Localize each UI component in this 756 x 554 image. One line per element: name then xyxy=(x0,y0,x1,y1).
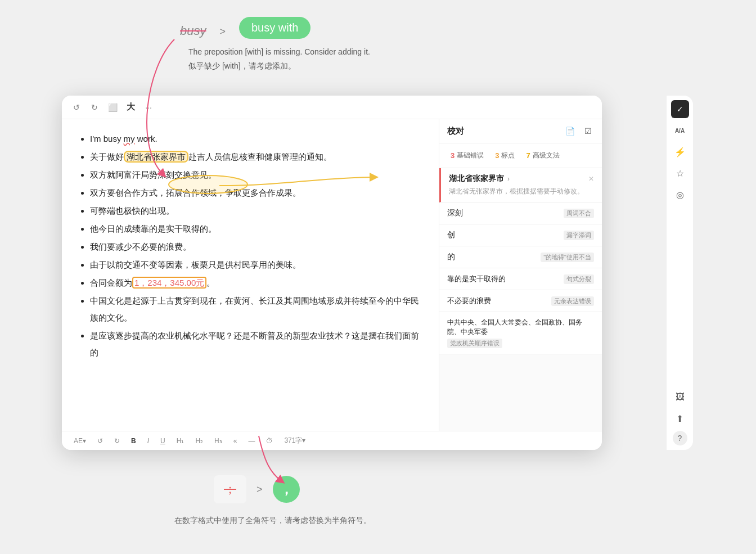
word-count[interactable]: 371字▾ xyxy=(281,435,308,447)
tab-punctuation[interactable]: 3 标点 xyxy=(492,149,518,162)
panel-icons: 📄 ☑ xyxy=(564,125,594,137)
undo-icon[interactable]: ↺ xyxy=(71,102,82,113)
error-word: 靠的是实干取得的 xyxy=(447,274,506,284)
list-item: 中国文化是起源于上古贯穿到现在，在黄河、长江及其周围地域形成并待续至今的中华民族… xyxy=(90,292,422,326)
corrected-badge: busy with xyxy=(239,17,310,39)
editor-window: ↺ ↻ ⬜ 大 ··· I'm busy my work. 关于做好湖北省张家界… xyxy=(62,96,602,450)
error-badge: 元余表达错误 xyxy=(551,296,594,306)
h2-btn[interactable]: H₂ xyxy=(192,436,206,446)
error-word: 创 xyxy=(447,230,455,240)
list-item: 双方要创合作方式，拓展合作领域，争取更多合作成果。 xyxy=(90,184,422,201)
redo-icon[interactable]: ↻ xyxy=(89,102,100,113)
error-item-zhongzh[interactable]: 中共中央、全国人大常委会、全国政协、国务院、中央军委 党政机关顺序错误 xyxy=(439,312,602,354)
italic-btn[interactable]: I xyxy=(145,436,152,446)
error-item-de[interactable]: 的 "的地得"使用不当 xyxy=(439,246,602,268)
list-item: 可弊端也极快的出现。 xyxy=(90,202,422,219)
list-item: 由于以前交通不变等因素，板栗只是供村民享用的美味。 xyxy=(90,256,422,273)
check-sidebar-btn[interactable]: ✓ xyxy=(671,100,689,118)
timer-icon: ⏱ xyxy=(263,436,276,446)
h1-btn[interactable]: H₁ xyxy=(174,436,187,446)
number-error: 1，234，345.00元 xyxy=(132,277,206,289)
error-title: 湖北省张家界市 › xyxy=(449,174,510,184)
error-badge: 周词不合 xyxy=(564,209,594,218)
h3-btn[interactable]: H₃ xyxy=(212,436,225,446)
format-btn[interactable]: AE▾ xyxy=(71,436,89,446)
redo-btn[interactable]: ↻ xyxy=(111,436,123,446)
error-busy: my xyxy=(124,134,135,143)
dash-btn[interactable]: — xyxy=(245,436,258,446)
top-arrow: > xyxy=(219,18,226,38)
highlighted-location: 湖北省张家界市 xyxy=(124,151,188,163)
list-item: 他今日的成绩靠的是实干取得的。 xyxy=(90,220,422,237)
editor-toolbar: ↺ ↻ ⬜ 大 ··· xyxy=(62,96,602,119)
error-badge: 句式分裂 xyxy=(564,274,594,284)
original-punct: ； xyxy=(214,475,246,503)
error-item-kao[interactable]: 靠的是实干取得的 句式分裂 xyxy=(439,268,602,290)
editor-bottom-toolbar: AE▾ ↺ ↻ B I U H₁ H₂ H₃ « — ⏱ 371字▾ xyxy=(62,431,602,450)
error-desc: 湖北省无张家界市，根据搜据需要手动修改。 xyxy=(449,186,594,196)
original-word: busy xyxy=(180,18,206,38)
error-list: 湖北省张家界市 › ✕ 湖北省无张家界市，根据搜据需要手动修改。 深刻 周词不合 xyxy=(439,168,602,431)
error-badge: "的地得"使用不当 xyxy=(541,253,594,262)
bottom-annotation: ； > ， xyxy=(214,475,300,503)
more-icon[interactable]: ··· xyxy=(143,102,154,113)
error-item-header: 湖北省张家界市 › ✕ xyxy=(449,174,594,184)
list-item: 双方就阿富汗局势深刻交换意见。 xyxy=(90,166,422,183)
underline-btn[interactable]: U xyxy=(158,436,168,446)
error-close-btn[interactable]: ✕ xyxy=(588,175,594,183)
error-badge: 漏字添词 xyxy=(564,231,594,240)
error-tabs: 3 基础错误 3 标点 7 高级文法 xyxy=(439,143,602,168)
tab-advanced-grammar[interactable]: 7 高级文法 xyxy=(523,149,562,162)
top-description: The preposition [with] is missing. Consi… xyxy=(188,45,370,73)
bottom-arrow: > xyxy=(256,484,263,496)
error-item-shenkuo[interactable]: 深刻 周词不合 xyxy=(439,202,602,224)
editor-content[interactable]: I'm busy my work. 关于做好湖北省张家界市赴吉人员信息核查和健康… xyxy=(62,119,439,431)
panel-doc-icon[interactable]: 📄 xyxy=(564,125,576,137)
doc-icon[interactable]: ⬜ xyxy=(107,102,118,113)
list-item: 关于做好湖北省张家界市赴吉人员信息核查和健康管理的通知。 xyxy=(90,148,422,165)
image-btn[interactable]: 🖼 xyxy=(671,388,689,406)
error-item-buliyao[interactable]: 不必要的浪费 元余表达错误 xyxy=(439,290,602,312)
panel-title: 校对 xyxy=(447,126,464,137)
star-btn[interactable]: ☆ xyxy=(671,164,689,182)
tab-basic-errors[interactable]: 3 基础错误 xyxy=(447,149,487,162)
error-word: 中共中央、全国人大常委会、全国政协、国务院、中央军委 xyxy=(447,318,594,337)
bold-btn[interactable]: B xyxy=(128,436,139,446)
list-item: 合同金额为1，234，345.00元。 xyxy=(90,274,422,291)
panel-header: 校对 📄 ☑ xyxy=(439,119,602,143)
list-item: I'm busy my work. xyxy=(90,130,422,147)
editor-main: I'm busy my work. 关于做好湖北省张家界市赴吉人员信息核查和健康… xyxy=(62,119,602,431)
error-word: 的 xyxy=(447,252,455,262)
panel-check-icon[interactable]: ☑ xyxy=(582,125,594,137)
help-btn[interactable]: ? xyxy=(673,431,687,445)
compass-btn[interactable]: ◎ xyxy=(671,186,689,204)
compare-btn[interactable]: A/A xyxy=(671,121,689,139)
list-item: 是应该逐步提高的农业机械化水平呢？还是不断普及的新型农业技术？这是摆在我们面前的 xyxy=(90,327,422,361)
undo-btn[interactable]: ↺ xyxy=(94,436,106,446)
font-size-icon[interactable]: 大 xyxy=(125,102,136,113)
error-word: 深刻 xyxy=(447,208,463,218)
error-badge: 党政机关顺序错误 xyxy=(447,339,502,348)
content-list: I'm busy my work. 关于做好湖北省张家界市赴吉人员信息核查和健康… xyxy=(79,130,422,361)
error-item-location[interactable]: 湖北省张家界市 › ✕ 湖北省无张家界市，根据搜据需要手动修改。 xyxy=(439,168,602,202)
error-word: 不必要的浪费 xyxy=(447,296,491,306)
bottom-description: 在数字格式中使用了全角符号，请考虑替换为半角符号。 xyxy=(174,516,371,526)
error-item-chuang[interactable]: 创 漏字添词 xyxy=(439,224,602,246)
right-sidebar: ✓ A/A ⚡ ☆ ◎ 🖼 ⬆ ? xyxy=(666,96,693,450)
corrected-punct: ， xyxy=(273,476,300,503)
export-btn[interactable]: ⬆ xyxy=(671,409,689,427)
quote-btn[interactable]: « xyxy=(231,436,240,446)
smart-btn[interactable]: ⚡ xyxy=(671,143,689,161)
list-item: 我们要减少不必要的浪费。 xyxy=(90,238,422,255)
right-panel: 校对 📄 ☑ 3 基础错误 3 标点 7 高级文法 xyxy=(439,119,602,431)
